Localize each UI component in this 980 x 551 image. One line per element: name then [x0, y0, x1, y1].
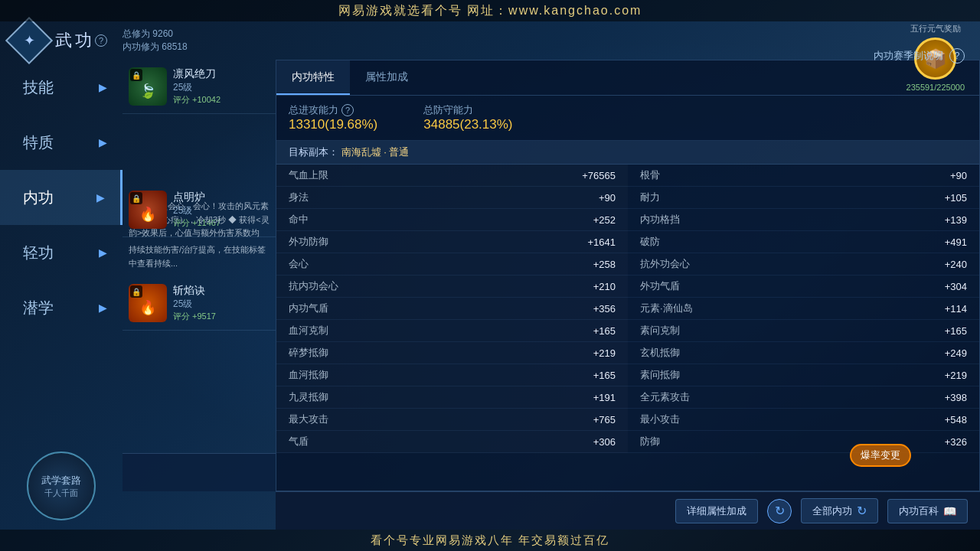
inner-skill-help[interactable]: 内功赛季制说明 ?: [874, 48, 965, 64]
refresh-icon: ↻: [857, 504, 867, 518]
attr-name: 血河克制: [289, 324, 328, 337]
attr-value: +258: [593, 259, 616, 270]
attr-name: 内功格挡: [640, 213, 680, 227]
defense-summary: 总防守能力 34885(23.13%): [423, 103, 512, 132]
tab-inner-trait[interactable]: 内功特性: [276, 60, 350, 95]
sidebar-item-light[interactable]: 轻功 ▶: [0, 225, 122, 280]
skill-card-1[interactable]: 🔒 🍃 凛风绝刀 25级 评分 +10042: [122, 60, 276, 114]
dungeon-value: 南海乱墟 · 普通: [341, 146, 410, 158]
lock-icon: 🔒: [130, 192, 142, 204]
chevron-right-icon: ▶: [96, 191, 105, 204]
attr-value: +304: [945, 281, 967, 292]
sidebar-item-latent[interactable]: 潜学 ▶: [0, 280, 122, 335]
attr-row-right-5: 外功气盾+304: [628, 276, 979, 298]
attr-value: +1641: [587, 236, 616, 248]
sidebar-item-inner[interactable]: 内功 ▶: [0, 170, 122, 225]
attr-row-left-9: 血河抵御+165: [276, 364, 628, 386]
attr-name: 最小攻击: [640, 412, 680, 426]
attr-value: +306: [593, 436, 616, 448]
attr-value: +105: [945, 192, 967, 204]
chevron-right-icon: ▶: [99, 81, 107, 93]
attr-value: +219: [945, 370, 967, 381]
attr-row-left-4: 会心+258: [276, 253, 628, 276]
attr-row-right-11: 最小攻击+548: [628, 409, 979, 431]
scroll-icon: ↻: [775, 504, 785, 518]
attr-value: +90: [950, 170, 967, 181]
attr-name: 素问克制: [640, 324, 680, 337]
attr-value: +491: [945, 236, 967, 248]
watermark-bottom: 看个号专业网易游戏八年 年交易额过百亿: [0, 530, 980, 551]
chevron-right-icon: ▶: [99, 136, 107, 148]
inner-wiki-btn[interactable]: 内功百科 📖: [887, 499, 968, 523]
inner-skill-stat: 内功修为 68518: [122, 41, 188, 54]
defense-label: 总防守能力: [423, 103, 512, 117]
attr-name: 命中: [289, 213, 309, 227]
help-circle-icon[interactable]: ?: [949, 48, 965, 64]
attr-row-left-5: 抗内功会心+210: [276, 276, 628, 298]
sidebar-item-trait[interactable]: 特质 ▶: [0, 115, 122, 170]
attr-name: 玄机抵御: [640, 346, 680, 360]
wuxue-badge[interactable]: 武学套路 千人千面: [27, 452, 96, 520]
logo-diamond: ✦: [5, 17, 53, 64]
attr-value: +210: [593, 281, 616, 292]
skill-info-1: 凛风绝刀 25级 评分 +10042: [173, 67, 270, 106]
skills-panel: 🔒 🍃 凛风绝刀 25级 评分 +10042 提高400点会心，会心！攻击的风元…: [122, 60, 276, 491]
attr-row-left-6: 内功气盾+356: [276, 298, 628, 320]
attr-row-left-2: 命中+252: [276, 209, 628, 231]
chevron-right-icon: ▶: [99, 246, 107, 259]
attr-row-left-10: 九灵抵御+191: [276, 386, 628, 409]
sidebar-bottom: 武学套路 千人千面: [0, 442, 122, 530]
tab-attr-bonus[interactable]: 属性加成: [350, 60, 423, 95]
skill-score-3: 评分 +9517: [173, 311, 270, 322]
attr-name: 气血上限: [289, 168, 328, 182]
attr-row-right-4: 抗外功会心+240: [628, 253, 979, 276]
attr-name: 外功防御: [289, 235, 328, 249]
attr-row-left-12: 气盾+306: [276, 431, 628, 453]
attr-row-left-1: 身法+90: [276, 187, 628, 209]
reward-progress: 235591/225000: [906, 83, 965, 92]
skill-card-3[interactable]: 🔒 🔥 斩焰诀 25级 评分 +9517: [122, 276, 276, 331]
explosion-badge[interactable]: 爆率变更: [850, 444, 911, 467]
attr-value: +76565: [582, 170, 616, 181]
sidebar-item-skill[interactable]: 技能 ▶: [0, 60, 122, 115]
attr-name: 防御: [640, 435, 660, 448]
attr-value: +765: [593, 414, 616, 425]
skill-level-1: 25级: [173, 81, 270, 94]
tabs-row: 内功特性 属性加成: [276, 60, 979, 96]
attr-name: 耐力: [640, 191, 660, 204]
attr-name: 素问抵御: [640, 368, 680, 382]
skill-name-3: 斩焰诀: [173, 284, 270, 298]
skill-level-3: 25级: [173, 298, 270, 311]
attr-value: +90: [599, 192, 616, 204]
attr-value: +252: [593, 214, 616, 226]
attr-row-right-7: 素问克制+165: [628, 320, 979, 342]
attr-value: +356: [593, 303, 616, 315]
attack-help-icon[interactable]: ?: [341, 104, 354, 116]
lock-icon: 🔒: [130, 285, 142, 298]
detail-attr-btn[interactable]: 详细属性加成: [675, 499, 758, 523]
skill-icon-2: 🔒 🔥: [129, 191, 167, 229]
attr-value: +326: [945, 436, 967, 448]
attr-name: 会心: [289, 257, 309, 271]
page-title: 武功: [55, 29, 95, 52]
bottom-action-bar: 详细属性加成 ↻ 全部内功 ↻ 内功百科 📖: [276, 491, 980, 530]
left-sidebar: 技能 ▶ 特质 ▶ 内功 ▶ 轻功 ▶ 潜学 ▶ 武学套路 千人千面: [0, 60, 122, 530]
title-help-icon[interactable]: ?: [95, 34, 107, 47]
attr-row-right-10: 全元素攻击+398: [628, 386, 979, 409]
attr-value: +219: [593, 347, 616, 359]
watermark-top: 网易游戏就选看个号 网址：www.kangchao.com: [0, 0, 980, 21]
attr-value: +165: [593, 325, 616, 337]
attr-value: +240: [945, 259, 967, 270]
attr-value: +165: [593, 370, 616, 381]
all-inner-btn[interactable]: 全部内功 ↻: [801, 498, 878, 523]
attr-row-right-8: 玄机抵御+249: [628, 342, 979, 364]
attr-value: +139: [945, 214, 967, 226]
attr-name: 抗外功会心: [640, 257, 690, 271]
lock-icon: 🔒: [130, 69, 142, 81]
target-dungeon: 目标副本： 南海乱墟 · 普通: [276, 141, 979, 165]
attr-name: 气盾: [289, 435, 309, 448]
attr-name: 最大攻击: [289, 412, 328, 426]
attr-row-right-9: 素问抵御+219: [628, 364, 979, 386]
attr-value: +249: [945, 347, 967, 359]
scroll-indicator[interactable]: ↻: [767, 499, 792, 523]
